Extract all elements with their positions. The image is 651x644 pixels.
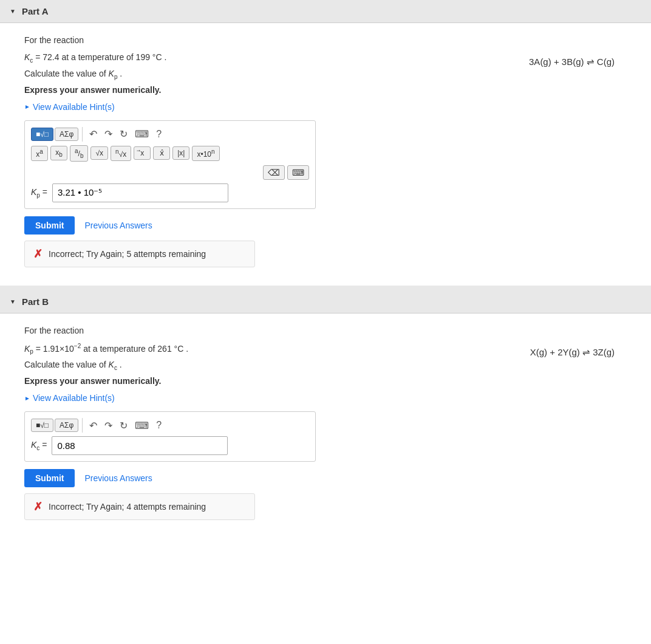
part-b-toolbar-row1: ■√□ ΑΣφ ↶ ↷ ↻ ⌨ ? (31, 418, 309, 433)
part-a-toolbar-sqrt-btn[interactable]: ■√□ (31, 128, 53, 141)
part-b-collapse-icon[interactable]: ▼ (10, 298, 16, 305)
part-b-equation: X(g) + 2Y(g) ⇌ 3Z(g) (530, 347, 615, 358)
part-a-btn-fraction[interactable]: a/b (70, 145, 88, 162)
part-b-hint-text: View Available Hint(s) (33, 393, 115, 403)
part-a-btn-xhat[interactable]: x̂ (153, 146, 170, 160)
part-b-title: Part B (22, 296, 49, 307)
part-a-btn-xb[interactable]: xb (50, 146, 67, 160)
part-b-toolbar-undo-btn[interactable]: ↶ (86, 419, 100, 433)
part-b-kc-label: Kc = (31, 440, 47, 451)
part-a-btn-keyboard2[interactable]: ⌨ (287, 165, 309, 180)
part-b-toolbar-separator-1 (82, 418, 83, 433)
part-a-toolbar-redo-btn[interactable]: ↷ (101, 127, 115, 141)
part-a-hint-link[interactable]: ► View Available Hint(s) (24, 102, 627, 112)
part-a-header: ▼ Part A (0, 0, 651, 23)
part-a-title: Part A (22, 6, 49, 16)
part-a-btn-sci[interactable]: x•10n (192, 146, 219, 161)
part-a-math-input-container: ■√□ ΑΣφ ↶ ↷ ↻ ⌨ ? xa xb a/b √x n√x ⃗x (24, 120, 316, 209)
part-a-toolbar-undo-btn[interactable]: ↶ (86, 127, 100, 141)
part-a-express-line: Express your answer numerically. (24, 85, 627, 95)
part-b-express-line: Express your answer numerically. (24, 376, 627, 386)
part-b-toolbar-reset-btn[interactable]: ↻ (117, 419, 131, 433)
part-a-answer-row: Kp = (31, 183, 309, 202)
part-b-calculate-line: Calculate the value of Kc . (24, 360, 627, 371)
part-a-submit-row: Submit Previous Answers (24, 216, 627, 235)
part-a-toolbar-row2: xa xb a/b √x n√x ⃗x x̂ |x| x•10n (31, 145, 309, 162)
part-b-hint-triangle-icon: ► (24, 395, 30, 402)
part-b-toolbar-sqrt-btn[interactable]: ■√□ (31, 419, 53, 432)
part-a-toolbar-row1: ■√□ ΑΣφ ↶ ↷ ↻ ⌨ ? (31, 127, 309, 142)
part-b-for-reaction: For the reaction (24, 326, 627, 335)
part-b-toolbar-help-btn[interactable]: ? (153, 419, 165, 432)
part-b-math-input-container: ■√□ ΑΣφ ↶ ↷ ↻ ⌨ ? Kc = (24, 411, 316, 462)
part-b-error-text: Incorrect; Try Again; 4 attempts remaini… (49, 502, 206, 512)
part-a-btn-nthroot[interactable]: n√x (111, 146, 131, 161)
hint-triangle-icon: ► (24, 103, 30, 110)
part-a-error-icon: ✗ (33, 247, 43, 261)
part-a-btn-absx[interactable]: |x| (172, 146, 189, 160)
part-a-collapse-icon[interactable]: ▼ (10, 8, 16, 15)
part-a-error-text: Incorrect; Try Again; 5 attempts remaini… (49, 249, 206, 259)
part-a-for-reaction: For the reaction (24, 35, 627, 45)
part-a-calculate-line: Calculate the value of Kp . (24, 69, 627, 80)
part-b-submit-btn[interactable]: Submit (24, 469, 75, 487)
part-b-error-icon: ✗ (33, 500, 43, 513)
part-a-btn-xvec[interactable]: ⃗x (134, 146, 151, 160)
part-b-header: ▼ Part B (0, 290, 651, 313)
part-b-prev-answers-link[interactable]: Previous Answers (84, 473, 152, 483)
part-a-answer-input[interactable] (52, 183, 228, 202)
part-a-toolbar-help-btn[interactable]: ? (153, 128, 165, 141)
part-a-toolbar-reset-btn[interactable]: ↻ (117, 127, 131, 141)
part-a-content: 3A(g) + 3B(g) ⇌ C(g) For the reaction Kc… (0, 23, 651, 286)
part-a-toolbar-row3: ⌫ ⌨ (31, 165, 309, 180)
part-a-error-box: ✗ Incorrect; Try Again; 5 attempts remai… (24, 241, 255, 267)
part-divider (0, 286, 651, 290)
part-a-btn-delete[interactable]: ⌫ (263, 165, 285, 180)
part-a-toolbar-greek-btn[interactable]: ΑΣφ (55, 128, 78, 141)
part-a-btn-xa[interactable]: xa (31, 146, 48, 161)
part-a-equation: 3A(g) + 3B(g) ⇌ C(g) (529, 57, 615, 67)
part-a-toolbar-keyboard-btn[interactable]: ⌨ (132, 127, 152, 141)
part-a-hint-text: View Available Hint(s) (33, 102, 115, 112)
part-a-prev-answers-link[interactable]: Previous Answers (84, 221, 152, 230)
part-b-hint-link[interactable]: ► View Available Hint(s) (24, 393, 627, 403)
part-a-kp-label: Kp = (31, 187, 47, 199)
part-b-error-box: ✗ Incorrect; Try Again; 4 attempts remai… (24, 493, 255, 520)
part-b-toolbar-keyboard-btn[interactable]: ⌨ (132, 419, 152, 433)
part-b-answer-row: Kc = (31, 436, 309, 455)
part-b-toolbar-greek-btn[interactable]: ΑΣφ (55, 419, 78, 432)
part-a-btn-sqrt[interactable]: √x (90, 146, 108, 160)
part-a-submit-btn[interactable]: Submit (24, 216, 75, 235)
part-b-content: X(g) + 2Y(g) ⇌ 3Z(g) For the reaction Kp… (0, 313, 651, 538)
part-b-toolbar-redo-btn[interactable]: ↷ (101, 419, 115, 433)
part-b-answer-input[interactable] (52, 436, 228, 455)
toolbar-separator-1 (82, 127, 83, 142)
part-b-submit-row: Submit Previous Answers (24, 469, 627, 487)
